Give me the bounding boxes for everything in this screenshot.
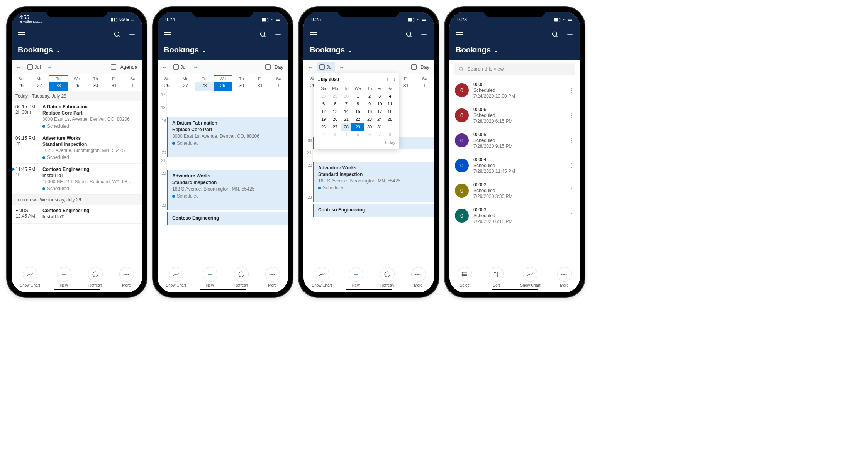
date-selected[interactable]: 29	[351, 123, 364, 131]
next-arrow[interactable]: →	[193, 64, 198, 70]
date-cell[interactable]: 28	[195, 82, 214, 91]
day-grid[interactable]: 17 18 19 A Datum Fabrication Replace Cor…	[158, 91, 288, 262]
refresh-button[interactable]: Refresh	[88, 267, 103, 287]
refresh-button[interactable]: Refresh	[234, 267, 249, 287]
prev-month-icon[interactable]: ↑	[386, 77, 388, 82]
add-icon[interactable]	[274, 31, 282, 39]
date-cell[interactable]: 26	[158, 82, 176, 91]
add-icon[interactable]	[420, 31, 428, 39]
footer-bar: Show Chart New Refresh •••More	[12, 262, 142, 292]
show-chart-button[interactable]: Show Chart	[166, 267, 186, 287]
date-cell[interactable]: 27	[30, 82, 49, 91]
back-app[interactable]: ◀ Authentica...	[19, 20, 42, 24]
select-button[interactable]: Select	[458, 267, 472, 287]
item-more-icon[interactable]	[568, 187, 575, 194]
date-cell[interactable]: 29	[68, 82, 86, 91]
next-month-icon[interactable]: ↓	[393, 77, 395, 82]
show-chart-button[interactable]: Show Chart	[520, 267, 540, 287]
date-cell[interactable]: 31	[105, 82, 123, 91]
menu-icon[interactable]	[310, 32, 317, 37]
show-chart-button[interactable]: Show Chart	[20, 267, 40, 287]
prev-arrow[interactable]: ←	[162, 64, 167, 70]
page-title[interactable]: Bookings⌄	[158, 42, 288, 60]
add-icon[interactable]	[566, 31, 574, 39]
agenda-item[interactable]: 06:15 PM2h 30m A Datum Fabrication Repla…	[12, 101, 142, 132]
sort-button[interactable]: Sort	[489, 267, 504, 287]
date-cell[interactable]: 31	[251, 82, 269, 91]
record-date: 7/29/2020 3:30 PM	[473, 194, 564, 199]
event-card[interactable]: Contoso Engineering	[167, 212, 288, 225]
month-button[interactable]: Jul	[171, 62, 189, 71]
view-toggle[interactable]: Agenda	[111, 64, 137, 70]
event-card[interactable]: Adventure Works Standard Inspection 162 …	[313, 162, 434, 194]
more-button[interactable]: •••More	[411, 267, 426, 287]
search-icon[interactable]	[114, 31, 121, 39]
home-indicator[interactable]	[54, 289, 100, 290]
date-cell[interactable]: 27	[176, 82, 195, 91]
menu-icon[interactable]	[456, 32, 463, 37]
item-more-icon[interactable]	[568, 87, 575, 94]
refresh-button[interactable]: Refresh	[380, 267, 395, 287]
agenda-item[interactable]: 09:15 PM2h Adventure Works Standard Insp…	[12, 132, 142, 164]
event-card[interactable]: Adventure Works Standard Inspection 162 …	[167, 170, 288, 202]
menu-icon[interactable]	[18, 32, 25, 37]
home-indicator[interactable]	[346, 289, 392, 290]
view-toggle[interactable]: Day	[411, 64, 429, 70]
menu-icon[interactable]	[164, 32, 171, 37]
list-item[interactable]: 000002Scheduled7/29/2020 3:30 PM	[449, 178, 580, 203]
next-arrow[interactable]: →	[339, 64, 344, 70]
record-list[interactable]: 000001Scheduled7/24/2020 10:00 PM000006S…	[449, 78, 580, 262]
next-arrow[interactable]: →	[47, 64, 52, 70]
item-more-icon[interactable]	[568, 112, 575, 119]
date-cell[interactable]: 1	[270, 82, 288, 91]
date-cell[interactable]: 1	[124, 82, 142, 91]
search-icon[interactable]	[405, 31, 413, 39]
prev-arrow[interactable]: ←	[308, 64, 313, 70]
page-title[interactable]: Bookings⌄	[303, 42, 434, 60]
more-button[interactable]: •••More	[119, 267, 134, 287]
date-cell-selected[interactable]: 28	[49, 82, 68, 91]
list-item[interactable]: 000004Scheduled7/28/2020 11:45 PM	[449, 153, 580, 178]
item-more-icon[interactable]	[568, 212, 575, 220]
date-cell-selected[interactable]: 29	[214, 82, 232, 91]
add-icon[interactable]	[128, 31, 136, 39]
new-button[interactable]: New	[57, 267, 71, 287]
event-card[interactable]: A Datum Fabrication Replace Core Part 30…	[167, 117, 288, 149]
home-indicator[interactable]	[492, 289, 538, 290]
svg-line-19	[556, 36, 558, 38]
date-cell[interactable]: 30	[232, 82, 251, 91]
list-item[interactable]: 000003Scheduled7/29/2020 6:15 PM	[449, 203, 580, 228]
list-item[interactable]: 000005Scheduled7/28/2020 9:15 PM	[449, 128, 580, 153]
more-button[interactable]: •••More	[557, 267, 572, 287]
status-dot	[318, 187, 321, 189]
month-button[interactable]: Jul	[25, 62, 43, 71]
search-input[interactable]: Search this view	[454, 63, 575, 75]
svg-point-29	[462, 275, 463, 276]
date-today[interactable]: 28	[341, 123, 351, 131]
new-button[interactable]: New	[203, 267, 217, 287]
event-card[interactable]: Contoso Engineering	[313, 204, 434, 217]
list-item[interactable]: 000006Scheduled7/28/2020 6:15 PM	[449, 103, 580, 128]
search-icon[interactable]	[551, 31, 559, 39]
agenda-item[interactable]: ▶ 11:45 PM1h Contoso Engineering Install…	[12, 164, 142, 195]
prev-arrow[interactable]: ←	[16, 64, 21, 70]
show-chart-button[interactable]: Show Chart	[312, 267, 332, 287]
item-more-icon[interactable]	[568, 137, 575, 144]
agenda-list[interactable]: Today - Tuesday, July 28 06:15 PM2h 30m …	[12, 91, 142, 262]
today-link[interactable]: Today	[318, 140, 395, 145]
more-button[interactable]: •••More	[265, 267, 280, 287]
new-button[interactable]: New	[349, 267, 363, 287]
item-more-icon[interactable]	[568, 162, 575, 169]
search-icon[interactable]	[259, 31, 267, 39]
date-cell[interactable]: 26	[12, 82, 30, 91]
list-item[interactable]: 000001Scheduled7/24/2020 10:00 PM	[449, 78, 580, 103]
date-cell[interactable]: 30	[86, 82, 105, 91]
month-button[interactable]: Jul	[317, 62, 335, 71]
signal-icon: ▮▮▯	[111, 17, 118, 22]
view-toggle[interactable]: Day	[265, 64, 283, 70]
home-indicator[interactable]	[200, 289, 246, 290]
agenda-item[interactable]: ENDS12:45 AM Contoso Engineering Install…	[12, 205, 142, 224]
page-title[interactable]: Bookings ⌄	[12, 42, 142, 60]
page-title-label: Bookings	[18, 46, 53, 54]
page-title[interactable]: Bookings⌄	[449, 42, 580, 60]
